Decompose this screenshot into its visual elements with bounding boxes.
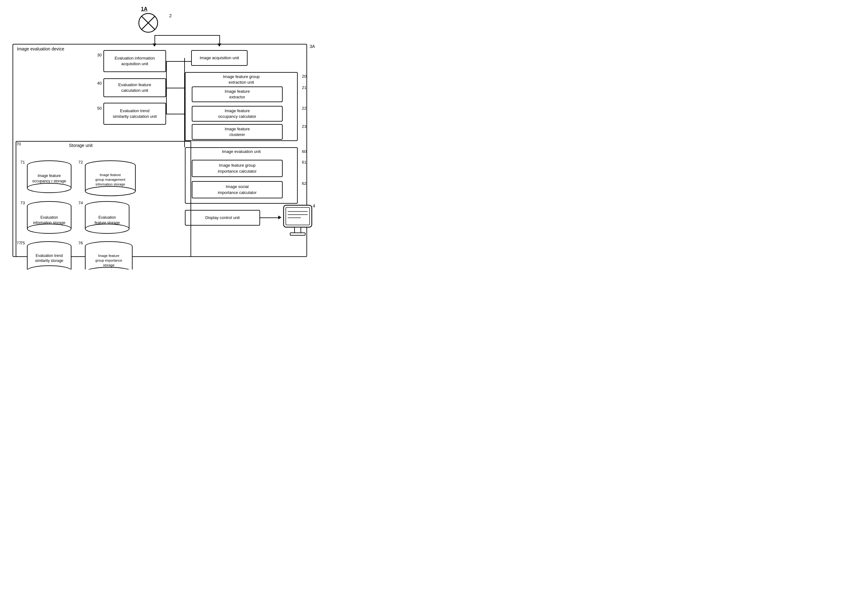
top-hline (155, 35, 220, 36)
diagram-container: 1A 2 Image evaluation device 3A 30 Evalu… (6, 6, 338, 263)
svg-text:4: 4 (313, 204, 315, 208)
svg-text:group importance: group importance (95, 258, 122, 262)
num-23: 23 (302, 124, 307, 129)
img-feature-clusterer-box: Image feature clusterer (192, 124, 283, 140)
num-72: 72 (78, 160, 83, 165)
svg-text:information storage: information storage (96, 182, 125, 186)
svg-text:Evaluation: Evaluation (40, 215, 58, 220)
h-conn-acq (185, 61, 191, 62)
svg-point-14 (85, 186, 135, 196)
svg-point-7 (27, 183, 71, 193)
svg-rect-59 (295, 227, 301, 233)
arrow-monitor-h (260, 217, 279, 218)
img-eval-unit-label: Image evaluation unit (222, 149, 261, 154)
eval-feature-calc-box: Evaluation feature calculation unit (103, 78, 166, 97)
img-eval-unit-outer: Image evaluation unit 60 61 Image featur… (185, 147, 298, 204)
svg-point-22 (27, 224, 71, 233)
circle-x (137, 12, 159, 35)
image-acq-box: Image acquisition unit (191, 50, 248, 66)
num-74: 74 (78, 200, 83, 205)
storage-72: Image feature group management informati… (83, 160, 138, 199)
num-76: 76 (78, 241, 83, 245)
right-vline (184, 58, 185, 147)
arrowhead-monitor (278, 215, 281, 219)
img-feature-group-imp-calc-box: Image feature group importance calculato… (192, 160, 283, 177)
num-62: 62 (302, 181, 307, 186)
conn-line-2 (166, 88, 185, 88)
num-30: 30 (97, 53, 102, 57)
svg-text:similarity storage: similarity storage (35, 258, 63, 263)
arrow-top-right (219, 35, 220, 44)
num-21: 21 (302, 85, 307, 90)
img-feature-occupancy-calc-box: Image feature occupancy calculator (192, 106, 283, 122)
num-50: 50 (97, 106, 102, 111)
svg-text:Image feature: Image feature (100, 173, 121, 177)
num-71: 71 (21, 160, 25, 165)
svg-text:group management: group management (95, 178, 125, 181)
svg-text:Image feature: Image feature (98, 254, 120, 258)
svg-text:information storage: information storage (33, 221, 65, 225)
img-feature-group-ext-outer: Image feature group extraction unit 20 2… (185, 72, 298, 141)
svg-text:feature storage: feature storage (94, 221, 120, 225)
num-20: 20 (302, 74, 307, 79)
svg-rect-60 (290, 233, 305, 235)
num-70: 70 (16, 141, 21, 146)
img-feature-group-ext-label: Image feature group extraction unit (223, 74, 260, 85)
arrow-top-left (155, 35, 155, 44)
num-61: 61 (302, 160, 307, 165)
left-vline (166, 61, 167, 114)
monitor-icon: 4 (282, 204, 316, 239)
label-3a: 3A (310, 44, 315, 49)
num-22: 22 (302, 106, 307, 111)
device-label: Image evaluation device (17, 46, 64, 52)
svg-text:Image feature: Image feature (38, 174, 61, 178)
storage-74: Evaluation feature storage (83, 200, 131, 236)
svg-rect-55 (286, 208, 310, 225)
eval-info-acq-box: Evaluation information acquisition unit (103, 50, 166, 72)
conn-line-3 (166, 114, 185, 114)
storage-border (16, 141, 191, 257)
storage-75: Evaluation trend similarity storage (25, 241, 74, 270)
storage-label: Storage unit (69, 143, 93, 148)
svg-point-29 (85, 224, 129, 233)
num-77: 77 (16, 241, 21, 245)
label-1a: 1A (141, 6, 147, 12)
svg-text:Evaluation trend: Evaluation trend (36, 253, 63, 258)
display-control-box: Display control unit (185, 210, 260, 225)
storage-76: Image feature group importance storage (83, 241, 135, 270)
eval-trend-sim-box: Evaluation trend similarity calculation … (103, 103, 166, 125)
img-feature-extractor-box: Image feature extractor (192, 87, 283, 102)
svg-text:storage: storage (103, 263, 115, 267)
num-73: 73 (21, 200, 25, 205)
num-40: 40 (97, 81, 102, 85)
storage-73: Evaluation information storage (25, 200, 74, 236)
img-social-imp-calc-box: Image social importance calculator (192, 181, 283, 198)
storage-71: Image feature occupancy r storage (25, 160, 74, 196)
svg-text:occupancy r storage: occupancy r storage (32, 179, 66, 183)
svg-text:Evaluation: Evaluation (98, 215, 116, 220)
label-2: 2 (169, 13, 172, 18)
num-60: 60 (302, 149, 307, 154)
